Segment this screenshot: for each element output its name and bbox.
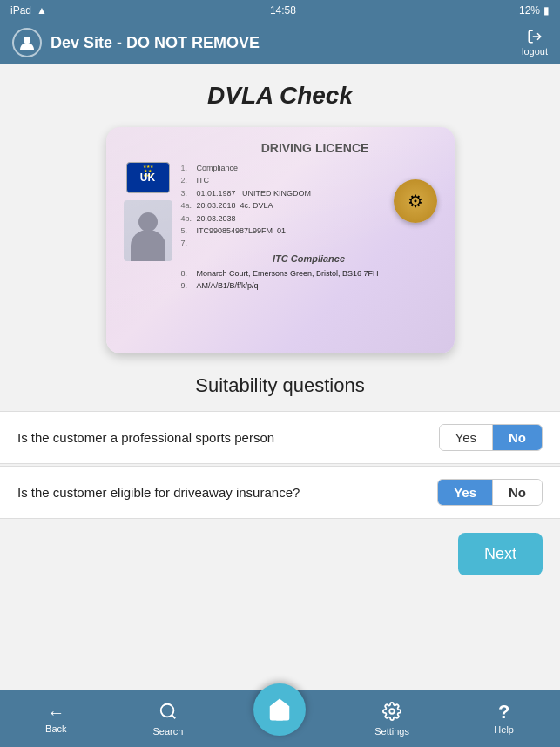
- nav-help[interactable]: ? Help: [448, 690, 560, 747]
- uk-flag: ★★★★ ★★★★ UK: [126, 162, 170, 193]
- question-row-2: Is the customer eligible for driveaway i…: [0, 466, 560, 519]
- logout-label: logout: [522, 46, 548, 57]
- home-circle: [253, 683, 306, 736]
- settings-icon: [382, 702, 401, 723]
- settings-label: Settings: [374, 726, 409, 737]
- back-icon: ←: [47, 703, 64, 721]
- header-left: Dev Site - DO NOT REMOVE: [12, 28, 260, 57]
- next-button[interactable]: Next: [458, 533, 543, 575]
- main-content: DVLA Check DRIVING LICENCE ★★★★ ★★★★ UK: [0, 64, 560, 690]
- licence-left-col: ★★★★ ★★★★ UK: [124, 162, 172, 293]
- driving-licence-card: DRIVING LICENCE ★★★★ ★★★★ UK: [106, 127, 455, 353]
- svg-point-2: [161, 703, 174, 717]
- user-avatar: [12, 28, 42, 57]
- nav-home[interactable]: [224, 690, 336, 747]
- yes-button-2[interactable]: Yes: [438, 480, 493, 505]
- uk-text: UK: [140, 172, 155, 184]
- licence-italic-text: ITC Compliance: [181, 253, 437, 264]
- photo-head: [138, 212, 158, 232]
- licence-line-1: 1. Compliance: [181, 162, 437, 174]
- licence-title: DRIVING LICENCE: [193, 141, 437, 155]
- badge-emblem: ⚙: [394, 179, 437, 223]
- app-title: Dev Site - DO NOT REMOVE: [51, 34, 260, 52]
- status-bar: iPad ▲ 14:58 12% ▮: [0, 0, 560, 21]
- no-button-1[interactable]: No: [493, 425, 542, 450]
- status-right: 12% ▮: [519, 4, 550, 17]
- licence-line-5: 5. ITC990854987L99FM 01: [181, 225, 437, 237]
- nav-settings[interactable]: Settings: [336, 690, 449, 747]
- no-button-2[interactable]: No: [493, 480, 542, 505]
- licence-info-2: 8. Monarch Court, Emersons Green, Bristo…: [181, 267, 437, 293]
- yes-no-toggle-1[interactable]: Yes No: [439, 424, 543, 451]
- svg-line-3: [172, 715, 175, 718]
- svg-point-4: [389, 709, 395, 714]
- battery-level: 12%: [519, 4, 540, 17]
- wifi-icon: ▲: [37, 4, 47, 17]
- nav-back[interactable]: ← Back: [0, 690, 112, 747]
- bottom-nav: ← Back Search Settings ? Help: [0, 690, 560, 747]
- suitability-title: Suitability questions: [0, 374, 560, 397]
- question-text-1: Is the customer a professional sports pe…: [17, 430, 274, 445]
- search-icon: [159, 702, 178, 723]
- logout-button[interactable]: logout: [522, 29, 548, 57]
- app-header: Dev Site - DO NOT REMOVE logout: [0, 21, 560, 64]
- licence-line-8: 8. Monarch Court, Emersons Green, Bristo…: [181, 267, 437, 279]
- status-left: iPad ▲: [10, 4, 47, 17]
- svg-point-0: [24, 37, 30, 44]
- question-row-1: Is the customer a professional sports pe…: [0, 411, 560, 464]
- photo-silhouette: [131, 209, 165, 261]
- back-label: Back: [45, 723, 66, 734]
- licence-line-7: 7.: [181, 237, 437, 249]
- licence-container: DRIVING LICENCE ★★★★ ★★★★ UK: [0, 127, 560, 353]
- battery-icon: ▮: [543, 4, 550, 17]
- page-title: DVLA Check: [0, 82, 560, 110]
- question-text-2: Is the customer eligible for driveaway i…: [17, 485, 300, 500]
- yes-no-toggle-2[interactable]: Yes No: [437, 479, 543, 506]
- licence-photo: [124, 200, 172, 261]
- photo-body: [131, 230, 165, 261]
- licence-line-9: 9. AM/A/B1/B/f/k/p/q: [181, 279, 437, 292]
- device-label: iPad: [10, 4, 31, 17]
- yes-button-1[interactable]: Yes: [440, 425, 493, 450]
- help-label: Help: [494, 724, 514, 735]
- next-btn-container: Next: [0, 521, 560, 588]
- licence-top: ★★★★ ★★★★ UK 1. Compliance: [124, 162, 437, 293]
- licence-badge: ⚙: [394, 179, 437, 223]
- help-icon: ?: [498, 703, 509, 722]
- status-time: 14:58: [270, 4, 296, 17]
- search-label: Search: [152, 726, 183, 737]
- nav-search[interactable]: Search: [112, 690, 225, 747]
